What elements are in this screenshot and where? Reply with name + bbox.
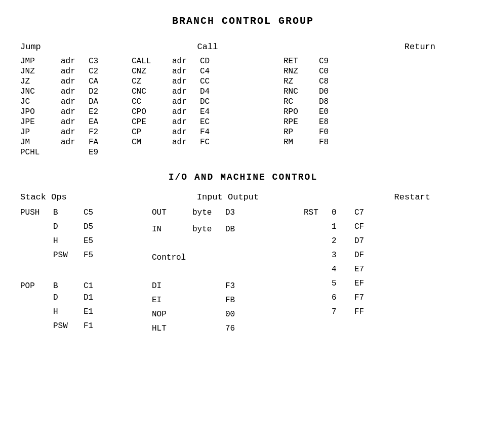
jump-opcode: C2 [89, 67, 116, 76]
call-arg: adr [172, 67, 200, 76]
call-opcode: E4 [200, 107, 228, 116]
stack-reg: PSW [53, 251, 84, 260]
table-row: JPE adr EA CPE adr EC RPE E8 [20, 117, 466, 127]
io-opcode: DB [225, 225, 253, 234]
rst-num: 6 [332, 293, 354, 302]
stack-opcode: D5 [84, 222, 114, 231]
return-instr: RPE [284, 117, 319, 127]
stack-main-instr: POP [20, 281, 53, 291]
jump-instr: JNZ [20, 67, 61, 76]
stack-reg: H [53, 307, 84, 316]
io-instr: EI [152, 296, 192, 305]
rst-label [304, 265, 332, 274]
return-instr: RC [284, 97, 319, 106]
stack-reg: H [53, 236, 84, 246]
table-row: H E1 NOP 00 7 FF [20, 307, 466, 320]
rst-num: 3 [332, 251, 354, 260]
call-opcode: CC [200, 77, 228, 86]
rst-label [304, 222, 332, 231]
jump-opcode: EA [89, 117, 116, 127]
stack-reg: PSW [53, 321, 84, 331]
table-row: JPO adr E2 CPO adr E4 RPO E0 [20, 107, 466, 116]
rst-opcode: DF [354, 251, 377, 260]
call-instr: CPO [132, 107, 172, 116]
branch-table: JMP adr C3 CALL adr CD RET C9 JNZ adr C2… [20, 57, 466, 157]
stack-column-header: Stack Ops [20, 192, 152, 202]
return-column-header: Return [284, 42, 466, 52]
io-opcode: 76 [225, 324, 253, 333]
jump-arg: adr [61, 57, 89, 66]
jump-arg: adr [61, 67, 89, 76]
return-opcode: C0 [319, 67, 344, 76]
call-opcode: CD [200, 57, 228, 66]
io-operand [192, 324, 225, 333]
io-operand: byte [192, 208, 225, 217]
call-instr: CNC [132, 87, 172, 96]
table-row: H E5 2 D7 [20, 236, 466, 250]
rst-num: 2 [332, 236, 354, 246]
return-opcode: C8 [319, 77, 344, 86]
jump-arg: adr [61, 97, 89, 106]
stack-main-instr [20, 222, 53, 231]
call-instr: CP [132, 128, 172, 137]
return-instr: RM [284, 138, 319, 147]
call-arg: adr [172, 107, 200, 116]
table-row: PSW F1 HLT 76 [20, 321, 466, 335]
io-operand [192, 253, 225, 262]
table-row: D D1 EI FB 6 F7 [20, 293, 466, 306]
call-opcode: DC [200, 97, 228, 106]
rst-label [304, 293, 332, 302]
restart-column-header: Restart [304, 192, 466, 202]
jump-opcode: FA [89, 138, 116, 147]
call-opcode: FC [200, 138, 228, 147]
call-arg: adr [172, 117, 200, 127]
stack-reg: B [53, 281, 84, 291]
table-row: JM adr FA CM adr FC RM F8 [20, 138, 466, 147]
io-instr: Control [152, 253, 192, 262]
io-operand [192, 310, 225, 319]
jump-opcode: C3 [89, 57, 116, 66]
stack-reg: D [53, 293, 84, 302]
stack-opcode: D1 [84, 293, 114, 302]
call-instr: CNZ [132, 67, 172, 76]
table-row: JZ adr CA CZ adr CC RZ C8 [20, 77, 466, 86]
call-opcode: D4 [200, 87, 228, 96]
return-instr: RNZ [284, 67, 319, 76]
page-title: BRANCH CONTROL GROUP [20, 15, 466, 27]
table-row: JC adr DA CC adr DC RC D8 [20, 97, 466, 106]
rst-opcode: FF [354, 307, 377, 316]
rst-opcode: EF [354, 279, 377, 288]
jump-opcode: E2 [89, 107, 116, 116]
jump-arg: adr [61, 138, 89, 147]
table-row: JNC adr D2 CNC adr D4 RNC D0 [20, 87, 466, 96]
io-opcode: D3 [225, 208, 253, 217]
jump-arg [61, 148, 89, 157]
table-row: 4 E7 [20, 265, 466, 278]
rst-num: 5 [332, 279, 354, 288]
io-instr: OUT [152, 208, 192, 217]
io-opcode: FB [225, 296, 253, 305]
call-arg: adr [172, 57, 200, 66]
rst-opcode: C7 [354, 208, 377, 217]
return-opcode: C9 [319, 57, 344, 66]
jump-opcode: F2 [89, 128, 116, 137]
call-arg: adr [172, 97, 200, 106]
return-opcode: E8 [319, 117, 344, 127]
stack-opcode: E1 [84, 307, 114, 316]
call-arg: adr [172, 77, 200, 86]
jump-instr: JNC [20, 87, 61, 96]
io-opcode: 00 [225, 310, 253, 319]
jump-instr: JZ [20, 77, 61, 86]
jump-instr: JPO [20, 107, 61, 116]
jump-instr: JPE [20, 117, 61, 127]
io-instr: DI [152, 281, 192, 291]
io-instr: HLT [152, 324, 192, 333]
return-instr: RNC [284, 87, 319, 96]
call-opcode: C4 [200, 67, 228, 76]
io-section-title: I/O AND MACHINE CONTROL [20, 172, 466, 182]
io-instr: NOP [152, 310, 192, 319]
call-arg: adr [172, 138, 200, 147]
rst-label [304, 307, 332, 316]
stack-main-instr: PUSH [20, 208, 53, 217]
rst-label [304, 279, 332, 288]
